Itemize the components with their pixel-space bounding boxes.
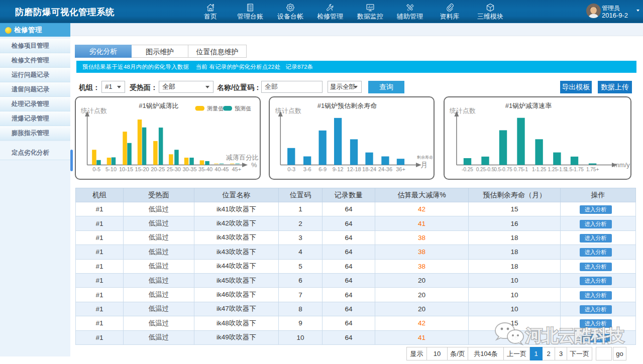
svg-text:15-20: 15-20 [135,166,149,172]
svg-text:统计点数: 统计点数 [449,107,476,114]
svg-text:1.5-1.75: 1.5-1.75 [565,167,584,172]
svg-text:5-10: 5-10 [105,166,117,172]
svg-text:mm/y: mm/y [614,161,630,169]
svg-text:#1锅炉减薄速率: #1锅炉减薄速率 [505,102,552,109]
svg-text:30-35: 30-35 [182,166,196,172]
svg-text:6-9: 6-9 [318,166,327,172]
svg-text:20-25: 20-25 [151,166,165,172]
svg-text:-0.25: -0.25 [462,167,473,172]
svg-text:#1锅炉减薄比: #1锅炉减薄比 [139,102,178,109]
svg-text:18-24: 18-24 [362,166,376,172]
svg-text:0.25-0.5: 0.25-0.5 [476,167,495,172]
svg-text:0-5: 0-5 [92,166,100,172]
svg-text:河北云酷科技: 河北云酷科技 [525,326,624,345]
svg-text:测量值: 测量值 [207,105,224,111]
svg-text:3-6: 3-6 [303,166,311,172]
svg-text:0.5-0.75: 0.5-0.75 [494,167,512,172]
svg-text:1.25-1.5: 1.25-1.5 [548,167,567,172]
svg-text:12-18: 12-18 [347,166,361,172]
svg-text:减薄百分比: 减薄百分比 [226,154,259,161]
svg-text:10-15: 10-15 [119,166,133,172]
svg-text:45+: 45+ [232,166,241,172]
svg-text:月: 月 [420,161,427,169]
svg-text:预测值: 预测值 [235,105,251,111]
svg-text:0.75-1: 0.75-1 [514,167,528,172]
svg-text:25-30: 25-30 [167,166,181,172]
svg-text:统计点数: 统计点数 [275,107,301,114]
svg-text:1.75+: 1.75+ [586,167,599,172]
svg-text:35-40: 35-40 [198,166,212,172]
svg-text:#1锅炉预估剩余寿命: #1锅炉预估剩余寿命 [317,102,377,109]
svg-text:9-12: 9-12 [333,166,344,172]
svg-text:%: % [251,161,257,169]
svg-text:36+: 36+ [396,166,405,172]
svg-text:剩余寿命: 剩余寿命 [417,155,433,160]
svg-text:1-1.25: 1-1.25 [532,167,547,172]
svg-text:40-45: 40-45 [215,166,229,172]
svg-text:统计点数: 统计点数 [80,107,107,114]
svg-text:24-36: 24-36 [378,166,392,172]
svg-text:0-3: 0-3 [287,166,295,172]
